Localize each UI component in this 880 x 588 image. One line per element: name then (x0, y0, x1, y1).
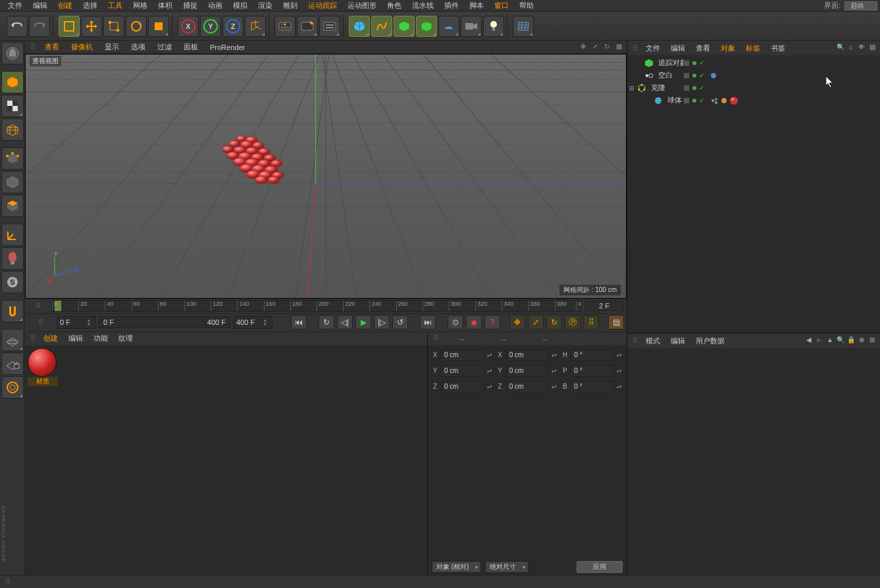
axis-mode-button[interactable] (1, 224, 24, 246)
magnet-button[interactable] (1, 300, 24, 322)
model-mode-button[interactable] (1, 71, 24, 93)
visibility-dot[interactable] (692, 74, 696, 78)
mat-menu-edit[interactable]: 编辑 (63, 333, 88, 344)
vp-nav-icon-2[interactable]: ⤢ (590, 43, 600, 52)
search-icon[interactable]: 🔍 (836, 336, 845, 345)
nav-fwd-icon[interactable]: ▶ (815, 336, 824, 345)
attr-menu-edit[interactable]: 编辑 (665, 335, 690, 347)
vp-menu-panel[interactable]: 面板 (178, 41, 203, 53)
object-tree[interactable]: 追踪对象 ✓ 空白 ✓ ⊟ 克隆 ✓ (627, 55, 880, 333)
pos-z-field[interactable]: 0 cm (441, 381, 484, 393)
rot-p-field[interactable]: 0 ° (571, 365, 613, 377)
material-tag-icon[interactable] (729, 96, 738, 105)
record-key-button[interactable]: ⊙ (448, 315, 463, 330)
obj-menu-view[interactable]: 查看 (690, 43, 715, 54)
texture-mode-button[interactable] (1, 95, 24, 117)
menu-sculpt[interactable]: 雕刻 (278, 0, 303, 11)
nav-back-icon[interactable]: ◀ (804, 336, 814, 345)
viewport-solo-button[interactable] (1, 247, 24, 270)
visibility-dot[interactable] (692, 99, 696, 103)
menu-mograph[interactable]: 运动图形 (342, 0, 382, 11)
add-light-button[interactable] (483, 16, 504, 37)
vp-menu-view[interactable]: 查看 (39, 41, 65, 53)
filter-icon[interactable]: ▤ (867, 43, 877, 53)
vp-nav-icon-4[interactable]: ▦ (614, 43, 623, 52)
planar-workplane-button[interactable] (1, 376, 24, 399)
eye-icon[interactable]: 👁 (857, 43, 866, 53)
key-pla-button[interactable]: ⠿ (583, 315, 599, 330)
add-camera-button[interactable] (461, 16, 482, 37)
interface-dropdown[interactable]: 启动 (844, 1, 877, 11)
layer-dot[interactable] (683, 72, 690, 79)
tree-row-null[interactable]: 空白 ✓ (629, 69, 879, 82)
visibility-dot[interactable] (692, 61, 696, 65)
step-fwd-button[interactable]: |▷ (374, 315, 390, 330)
rot-b-field[interactable]: 0 ° (571, 381, 613, 393)
enable-check-icon[interactable]: ✓ (699, 97, 704, 104)
pos-y-field[interactable]: 0 cm (441, 365, 484, 377)
key-param-button[interactable]: Ⓟ (565, 315, 581, 330)
mat-menu-function[interactable]: 功能 (88, 333, 113, 344)
add-generator-button[interactable] (394, 16, 415, 37)
menu-tools[interactable]: 工具 (103, 0, 128, 11)
add-environment-button[interactable] (438, 16, 459, 37)
rigid-tag-icon[interactable] (720, 97, 728, 105)
menu-animate[interactable]: 动画 (203, 0, 228, 11)
vp-nav-icon-1[interactable]: ✥ (579, 43, 588, 52)
key-pos-button[interactable]: ✥ (509, 315, 525, 330)
menu-plugins[interactable]: 插件 (439, 0, 464, 11)
material-name[interactable]: 材质 (28, 377, 58, 386)
keyframe-button[interactable]: ? (484, 315, 500, 330)
y-axis-lock[interactable]: Y (200, 16, 221, 37)
undo-button[interactable] (7, 16, 28, 37)
redo-button[interactable] (29, 16, 50, 37)
key-rot-button[interactable]: ↻ (546, 315, 562, 330)
menu-volume[interactable]: 体积 (153, 0, 178, 11)
menu-script[interactable]: 脚本 (464, 0, 489, 11)
live-select-tool[interactable] (59, 16, 80, 37)
lock-icon[interactable]: 🔒 (846, 336, 856, 345)
menu-file[interactable]: 文件 (3, 0, 28, 11)
play-button[interactable]: ▶ (355, 315, 371, 330)
search-icon[interactable]: 🔍 (836, 43, 845, 53)
size-z-field[interactable]: 0 cm (506, 381, 549, 393)
home-icon[interactable]: ⌂ (846, 43, 856, 53)
obj-menu-tags[interactable]: 标签 (740, 43, 765, 54)
goto-end-button[interactable]: ⏭ (420, 315, 436, 330)
attr-menu-userdata[interactable]: 用户数据 (690, 335, 730, 347)
menu-help[interactable]: 帮助 (514, 0, 539, 11)
vp-menu-filter[interactable]: 过滤 (152, 41, 177, 53)
start-frame-field[interactable]: 0 F▴▾ (57, 316, 96, 329)
floor-grid-button[interactable] (513, 16, 534, 37)
size-x-field[interactable]: 0 cm (506, 349, 549, 361)
key-scale-button[interactable]: ⤢ (528, 315, 544, 330)
layer-dot[interactable] (683, 97, 690, 104)
locked-workplane-button[interactable] (1, 353, 24, 375)
vp-menu-cameras[interactable]: 摄像机 (66, 41, 98, 53)
coord-system-button[interactable] (245, 16, 266, 37)
enable-check-icon[interactable]: ✓ (699, 72, 704, 79)
pos-x-field[interactable]: 0 cm (441, 349, 484, 361)
viewport-3d[interactable]: 透视视图 网格间距 : 100 cm YZX (25, 54, 627, 299)
menu-create[interactable]: 创建 (53, 0, 78, 11)
add-spline-button[interactable] (371, 16, 392, 37)
nav-up-icon[interactable]: ▲ (825, 336, 835, 345)
points-mode-button[interactable] (1, 147, 24, 170)
mat-menu-create[interactable]: 创建 (38, 333, 63, 344)
tree-row-sphere[interactable]: 球体 ✓ (629, 94, 879, 107)
render-settings-button[interactable] (319, 16, 340, 37)
layer-dot[interactable] (683, 85, 690, 91)
tree-row-tracker[interactable]: 追踪对象 ✓ (629, 57, 879, 69)
new-window-icon[interactable]: ⊞ (867, 336, 877, 345)
enable-check-icon[interactable]: ✓ (699, 59, 704, 66)
add-cube-button[interactable] (349, 16, 370, 37)
render-view-button[interactable] (274, 16, 296, 37)
render-pv-button[interactable] (297, 16, 318, 37)
timeline-track[interactable]: 0 20 40 60 80 100 120 140 160 180 200 22… (51, 300, 582, 312)
menu-pipeline[interactable]: 流水线 (407, 0, 439, 11)
enable-check-icon[interactable]: ✓ (699, 84, 704, 91)
menu-motiontracker[interactable]: 运动跟踪 (303, 0, 342, 11)
workplane-mode-button[interactable] (1, 118, 24, 141)
menu-select[interactable]: 选择 (78, 0, 103, 11)
z-axis-lock[interactable]: Z (222, 16, 244, 37)
